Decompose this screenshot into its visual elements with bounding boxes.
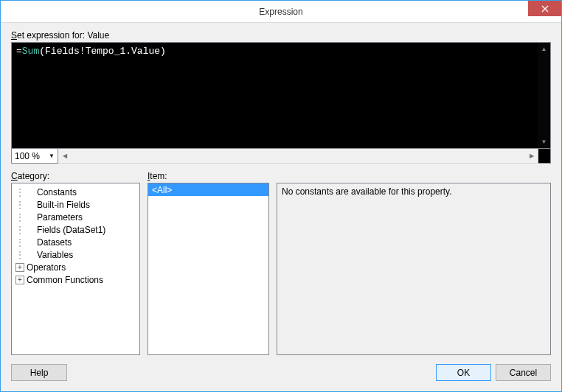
expression-dialog: Expression Set expression for: Value =Su… [0, 0, 562, 392]
scroll-track [538, 55, 550, 136]
tree-node-constants[interactable]: ⋮Constants [13, 186, 138, 198]
chevron-down-icon: ▼ [49, 153, 55, 159]
description-spacer [277, 171, 551, 181]
category-tree[interactable]: ⋮Constants ⋮Built-in Fields ⋮Parameters … [11, 183, 140, 355]
expression-editor-wrap: =Sum(Fields!Tempo_1.Value) ▲ ▼ [11, 42, 551, 149]
expand-icon[interactable]: + [15, 263, 24, 272]
editor-footer-row: 100 % ▼ ◀ ▶ [11, 149, 551, 164]
category-column: Category: ⋮Constants ⋮Built-in Fields ⋮P… [11, 171, 140, 355]
dialog-buttons: Help OK Cancel [11, 364, 551, 381]
scroll-left-icon: ◀ [58, 153, 71, 159]
help-button[interactable]: Help [11, 364, 67, 381]
cancel-button[interactable]: Cancel [496, 364, 551, 381]
category-tree-inner: ⋮Constants ⋮Built-in Fields ⋮Parameters … [12, 183, 139, 288]
editor-horizontal-scrollbar[interactable]: ◀ ▶ [58, 149, 538, 164]
expression-editor[interactable]: =Sum(Fields!Tempo_1.Value) [12, 43, 538, 148]
item-all[interactable]: <All> [148, 183, 268, 196]
tree-node-fields[interactable]: ⋮Fields (DataSet1) [13, 223, 138, 236]
tree-node-parameters[interactable]: ⋮Parameters [13, 211, 138, 223]
ok-button[interactable]: OK [436, 364, 491, 381]
lower-panels: Category: ⋮Constants ⋮Built-in Fields ⋮P… [11, 171, 551, 355]
tree-node-datasets[interactable]: ⋮Datasets [13, 236, 138, 248]
tree-node-operators[interactable]: +Operators [13, 261, 138, 273]
item-column: Item: <All> [148, 171, 269, 355]
button-spacer [67, 364, 436, 381]
expand-icon[interactable]: + [15, 276, 24, 284]
set-expression-label-rest: et expression for: Value [17, 30, 109, 41]
item-label: Item: [148, 171, 269, 181]
titlebar: Expression [1, 1, 561, 23]
description-text: No constants are available for this prop… [282, 186, 452, 197]
scroll-right-icon: ▶ [525, 153, 538, 159]
close-icon [541, 5, 549, 13]
scroll-down-icon: ▼ [538, 136, 550, 148]
zoom-value: 100 % [15, 151, 40, 161]
tree-node-variables[interactable]: ⋮Variables [13, 248, 138, 261]
tree-node-common-functions[interactable]: +Common Functions [13, 273, 138, 286]
set-expression-label: Set expression for: Value [11, 30, 551, 41]
item-list[interactable]: <All> [148, 183, 269, 355]
description-panel: No constants are available for this prop… [277, 183, 551, 355]
tree-node-builtin-fields[interactable]: ⋮Built-in Fields [13, 198, 138, 211]
scroll-up-icon: ▲ [538, 43, 550, 55]
close-button[interactable] [528, 1, 561, 16]
description-column: No constants are available for this prop… [277, 171, 551, 355]
scroll-corner [538, 149, 551, 164]
dialog-content: Set expression for: Value =Sum(Fields!Te… [1, 23, 561, 391]
window-title: Expression [1, 7, 561, 17]
category-label: Category: [11, 171, 140, 181]
zoom-combobox[interactable]: 100 % ▼ [11, 149, 58, 164]
editor-vertical-scrollbar[interactable]: ▲ ▼ [538, 43, 550, 148]
